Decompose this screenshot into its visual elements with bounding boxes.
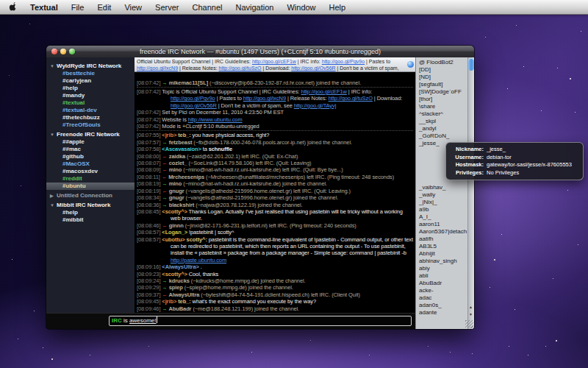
menu-item-server[interactable]: Server [148,3,185,12]
user-list-item[interactable]: abhinav_singh [416,258,467,265]
user-list-item[interactable]: \share [416,103,467,110]
chat-segment-ms: Thanks Logan. Actually I've just realise… [171,208,403,222]
apple-menu-icon[interactable] [9,2,18,12]
disclosure-open-icon[interactable]: ▼ [50,63,57,70]
scrollbar-thumb[interactable] [468,58,474,71]
zoom-button[interactable] [69,49,75,54]
window-title-bar[interactable]: freenode IRC Network — #ubuntu (1497 Use… [46,46,474,57]
sidebar-item-besttechie[interactable]: #besttechie [46,70,135,77]
sidebar-item-thetechbuzz[interactable]: #thetechbuzz [46,114,135,121]
sidebar-item-apple[interactable]: ##apple [46,138,135,146]
chat-link[interactable]: http://goo.gl/Ov56R [171,102,217,109]
chat-segment-ts: [08:07:42] [137,109,162,116]
chat-link[interactable]: http://paste.ubuntu.com [171,257,226,263]
user-list-item[interactable]: Abhijit [416,250,467,258]
menu-item-navigation[interactable]: Navigation [229,3,280,12]
disclosure-open-icon[interactable]: ▼ [50,131,57,138]
user-list-item[interactable]: acke- [416,287,467,294]
chat-segment-ts: [08:09:16] [137,263,162,270]
sidebar-item-carlyjean[interactable]: #carlyjean [46,77,135,85]
sidebar-item-mibbit[interactable]: #mibbit [46,216,135,224]
minimize-button[interactable] [60,49,66,54]
user-list-item[interactable]: [thor] [416,96,467,103]
chat-link[interactable]: http://goo.gl/cEF1w [301,88,347,95]
chat-segment-jn: cozlet_ [169,160,187,166]
chat-link[interactable]: http://www.ubuntu.com [188,116,243,123]
user-list-item[interactable]: adac [416,294,467,302]
sidebar-item-textual[interactable]: #textual [46,99,135,107]
tooltip-row: Hostmask:gateway/tor-sasl/jesse/x-876055… [450,161,579,169]
user-list-item[interactable]: _wally [416,191,467,199]
sidebar-item-mac[interactable]: ##mac [46,146,135,153]
topic-link[interactable]: http://goo.gl/Ov56R [291,66,335,71]
chat-link[interactable]: http://goo.gl/tuSzO [329,95,373,102]
user-list-item[interactable]: abiy [416,265,467,272]
user-list-item[interactable]: [ND] [416,74,467,81]
sidebar-item-macosxdev[interactable]: #macosxdev [46,168,135,175]
menu-item-window[interactable]: Window [280,3,322,12]
chat-link[interactable]: http://goo.gl/ixcN9 [243,95,286,102]
close-button[interactable] [51,49,57,54]
user-list-item[interactable]: Aaron5367|detach [416,228,467,236]
menu-item-channel[interactable]: Channel [185,3,229,12]
chat-link[interactable]: http://goo.gl/TAyvj [294,102,336,109]
topic-link[interactable]: http://goo.gl/tuSzO [219,66,262,71]
chat-line: [08:09:29] → spiep (~spiep@home.mmpg.de)… [137,284,413,291]
sidebar-item-textualdev[interactable]: #textual-dev [46,107,135,114]
sidebar-item-github[interactable]: #github [46,153,135,160]
sidebar-item-help[interactable]: #help [46,209,135,216]
menu-item-edit[interactable]: Edit [90,3,118,12]
topic-link[interactable]: http://goo.gl/Pgv9o [322,59,365,64]
disclosure-open-icon[interactable]: ▼ [50,202,57,209]
user-list-item[interactable]: adante [416,309,467,316]
menu-item-file[interactable]: File [65,3,91,12]
sidebar-group-header[interactable]: ▼Freenode IRC Network [46,131,135,138]
user-list-item[interactable]: [DD] [416,66,467,74]
sidebar-item-ubuntu[interactable]: #ubuntu [46,183,135,190]
topic-link[interactable]: http://goo.gl/cEF1w [252,59,296,64]
user-list-item[interactable]: A_I_ [416,213,467,221]
disclosure-closed-icon[interactable]: ▶ [50,192,57,199]
user-list-item[interactable]: @ FloodBot2 [416,59,467,66]
sidebar-item-reddit[interactable]: #reddit [46,175,135,183]
sidebar-item-help[interactable]: #help [46,85,135,92]
scroll-down-icon[interactable]: ▼ [467,311,474,318]
topic-link[interactable]: http://goo.gl/ixcN9 [137,66,178,71]
message-input[interactable]: IRC is awesome! [109,316,412,326]
sidebar-item-MacOSX[interactable]: #MacOSX [46,160,135,168]
user-list-item[interactable]: [segfault] [416,81,467,88]
menu-item-textual[interactable]: Textual [24,3,65,12]
user-list-scrollbar[interactable]: ▲ ▼ [467,57,474,329]
scroll-up-icon[interactable]: ▲ [467,303,474,311]
menu-item-help[interactable]: Help [323,3,353,12]
sidebar-group-header[interactable]: ▶Untitled Connection [46,192,135,199]
sidebar-item-mandy[interactable]: #mandy [46,92,135,99]
user-list-item[interactable]: aatifh [416,236,467,243]
chat-segment-ts: [08:08:00] [137,153,162,160]
chat-line: [08:08:46] ← ginnn (~jinxi@82-171-96-231… [137,222,413,229]
sidebar-group-header[interactable]: ▼WyldRyde IRC Network [46,63,135,70]
user-list-item[interactable]: _vaibhav_ [416,184,467,191]
user-list-item[interactable]: AB3L5 [416,243,467,250]
sidebar-group-header[interactable]: ▼Mibbit IRC Network [46,202,135,209]
menu-items: TextualFileEditViewServerChannelNavigati… [24,3,352,12]
chat-link[interactable]: http://goo.gl/Pgv9o [171,95,215,102]
user-list-item[interactable]: a9b [416,206,467,213]
chat-view[interactable]: [08:07:42] → mikemac11[SL] (~discovery@i… [135,72,415,313]
user-list-item[interactable]: _GoRDoN_ [416,132,467,140]
user-list-item[interactable]: adan0s_ [416,302,467,309]
channel-website-icon[interactable] [407,61,414,68]
user-list-item[interactable]: [SW]Dodge`oFF [416,88,467,96]
sidebar-item-TreeOfSouls[interactable]: #TreeOfSouls [46,121,135,129]
user-list-item[interactable]: ^slacker^ [416,110,467,118]
menu-item-view[interactable]: View [118,3,148,12]
text-caret [157,316,157,323]
chat-segment-ts: [08:08:19] [137,188,162,194]
user-list-item[interactable]: _andyl [416,125,467,132]
user-list-item[interactable]: __skpl [416,118,467,125]
user-list-item[interactable]: aaron11 [416,221,467,228]
user-list-item[interactable]: _|Nix|_ [416,199,467,206]
user-list-item[interactable]: abli [416,272,467,280]
resize-grip[interactable] [465,320,473,328]
user-list-item[interactable]: AbuBadr [416,280,467,287]
